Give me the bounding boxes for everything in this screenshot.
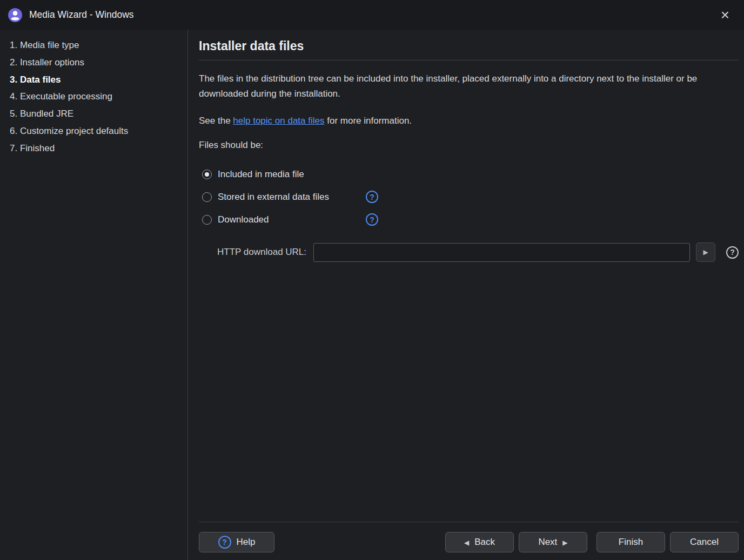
- sidebar-item-finished: 7. Finished: [10, 140, 182, 157]
- radio-row-stored-external[interactable]: Stored in external data files ?: [202, 190, 739, 204]
- media-wizard-window: Media Wizard - Windows × 1. Media file t…: [0, 0, 744, 560]
- http-download-url-label: HTTP download URL:: [217, 247, 306, 258]
- help-button-label: Help: [237, 537, 256, 548]
- sidebar-item-data-files: 3. Data files: [10, 71, 182, 89]
- next-button-label: Next: [538, 537, 557, 548]
- radio-button-included[interactable]: [202, 170, 212, 179]
- help-topic-link[interactable]: help topic on data files: [233, 116, 324, 126]
- help-icon-downloaded[interactable]: ?: [366, 213, 378, 226]
- sidebar-item-media-file-type: 1. Media file type: [10, 37, 182, 54]
- next-arrow-icon: ▶: [562, 539, 567, 546]
- heading-divider: [199, 60, 739, 60]
- http-download-url-input[interactable]: [313, 243, 690, 262]
- content-panel: Installer data files The files in the di…: [188, 30, 744, 560]
- cancel-button[interactable]: Cancel: [670, 532, 739, 552]
- page-title: Installer data files: [199, 39, 739, 53]
- help-button-icon: ?: [218, 536, 231, 549]
- close-icon: ×: [721, 6, 729, 23]
- help-button[interactable]: ? Help: [199, 532, 274, 552]
- sidebar-item-bundled-jre: 5. Bundled JRE: [10, 105, 182, 123]
- insert-variable-button[interactable]: ▶: [696, 242, 715, 262]
- back-button[interactable]: ◀ Back: [445, 532, 514, 552]
- radio-button-stored-external[interactable]: [202, 192, 212, 202]
- sidebar-item-executable-processing: 4. Executable processing: [10, 88, 182, 105]
- sidebar-item-customize-project-defaults: 6. Customize project defaults: [10, 123, 182, 140]
- see-prefix: See the: [199, 116, 233, 126]
- window-title: Media Wizard - Windows: [29, 9, 134, 21]
- flex-spacer: [199, 262, 739, 522]
- close-button[interactable]: ×: [716, 6, 734, 24]
- see-also-text: See the help topic on data files for mor…: [199, 116, 739, 126]
- files-should-be-label: Files should be:: [199, 140, 739, 151]
- http-download-url-row: HTTP download URL: ▶ ?: [217, 242, 739, 262]
- radio-row-downloaded[interactable]: Downloaded ?: [202, 213, 739, 226]
- back-arrow-icon: ◀: [464, 539, 469, 546]
- help-icon-download-url[interactable]: ?: [726, 246, 739, 259]
- footer-bar: ? Help ◀ Back Next ▶ Finish Cancel: [199, 532, 739, 552]
- play-icon: ▶: [703, 248, 708, 256]
- help-icon-stored-external[interactable]: ?: [366, 191, 378, 203]
- next-button[interactable]: Next ▶: [519, 532, 587, 552]
- window-body: 1. Media file type 2. Installer options …: [0, 30, 744, 560]
- back-button-label: Back: [474, 537, 495, 548]
- radio-button-downloaded[interactable]: [202, 215, 212, 225]
- radio-label-included: Included in media file: [218, 169, 366, 180]
- sidebar-item-installer-options: 2. Installer options: [10, 54, 182, 71]
- radio-label-stored-external: Stored in external data files: [218, 192, 366, 203]
- radio-label-downloaded: Downloaded: [218, 214, 366, 225]
- app-icon: [8, 8, 23, 23]
- files-radio-group: Included in media file Stored in externa…: [199, 167, 739, 235]
- titlebar: Media Wizard - Windows ×: [0, 0, 744, 30]
- see-suffix: for more information.: [325, 116, 412, 126]
- wizard-steps-sidebar: 1. Media file type 2. Installer options …: [0, 30, 188, 560]
- footer-nav-buttons: ◀ Back Next ▶ Finish Cancel: [445, 532, 739, 552]
- finish-button[interactable]: Finish: [596, 532, 665, 552]
- radio-row-included-in-media-file[interactable]: Included in media file: [202, 167, 739, 181]
- footer-divider: [199, 522, 739, 522]
- intro-text: The files in the distribution tree can b…: [199, 71, 739, 102]
